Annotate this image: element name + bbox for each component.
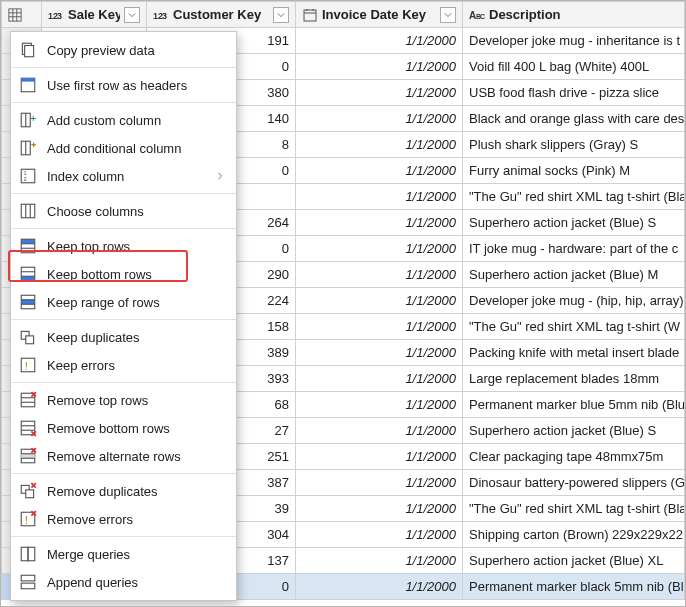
col-header-sale[interactable]: 123 Sale Key — [42, 2, 147, 28]
menu-keep-bottom[interactable]: Keep bottom rows — [11, 260, 236, 288]
cell-description[interactable]: Large replacement blades 18mm — [463, 366, 685, 392]
cell-invoice[interactable]: 1/1/2000 — [296, 158, 463, 184]
cell-invoice[interactable]: 1/1/2000 — [296, 132, 463, 158]
choose-columns-icon — [19, 202, 37, 220]
cell-description[interactable]: "The Gu" red shirt XML tag t-shirt (Bla — [463, 184, 685, 210]
cell-description[interactable]: Superhero action jacket (Blue) S — [463, 210, 685, 236]
table-corner[interactable] — [2, 2, 42, 28]
cell-invoice[interactable]: 1/1/2000 — [296, 262, 463, 288]
svg-text:+: + — [30, 113, 36, 124]
cell-invoice[interactable]: 1/1/2000 — [296, 574, 463, 600]
col-header-customer[interactable]: 123 Customer Key — [147, 2, 296, 28]
cell-description[interactable]: USB food flash drive - pizza slice — [463, 80, 685, 106]
cell-invoice[interactable]: 1/1/2000 — [296, 236, 463, 262]
menu-append-q[interactable]: Append queries — [11, 568, 236, 596]
remove-errors-icon: ! — [19, 510, 37, 528]
cell-invoice[interactable]: 1/1/2000 — [296, 418, 463, 444]
svg-rect-19 — [25, 46, 34, 57]
submenu-arrow-icon — [216, 172, 226, 180]
menu-remove-bottom[interactable]: Remove bottom rows — [11, 414, 236, 442]
keep-range-icon — [19, 293, 37, 311]
cell-description[interactable]: Developer joke mug - (hip, hip, array) — [463, 288, 685, 314]
conditional-column-icon — [19, 139, 37, 157]
svg-rect-21 — [21, 78, 35, 81]
cell-description[interactable]: Clear packaging tape 48mmx75m — [463, 444, 685, 470]
menu-add-cond-col[interactable]: Add conditional column — [11, 134, 236, 162]
cell-description[interactable]: Plush shark slippers (Gray) S — [463, 132, 685, 158]
menu-remove-alt[interactable]: Remove alternate rows — [11, 442, 236, 470]
menu-keep-dup[interactable]: Keep duplicates — [11, 323, 236, 351]
cell-description[interactable]: Superhero action jacket (Blue) S — [463, 418, 685, 444]
cell-description[interactable]: Developer joke mug - inheritance is t — [463, 28, 685, 54]
col-label: Invoice Date Key — [322, 7, 436, 22]
svg-rect-33 — [21, 239, 35, 244]
cell-invoice[interactable]: 1/1/2000 — [296, 496, 463, 522]
svg-text:C: C — [480, 13, 485, 20]
menu-choose-cols[interactable]: Choose columns — [11, 197, 236, 225]
copy-icon — [19, 41, 37, 59]
add-column-icon: + — [19, 111, 37, 129]
menu-remove-err[interactable]: !Remove errors — [11, 505, 236, 533]
menu-copy-preview[interactable]: Copy preview data — [11, 36, 236, 64]
table-context-menu: Copy preview data Use first row as heade… — [10, 31, 237, 601]
cell-description[interactable]: Permanent marker black 5mm nib (Bl — [463, 574, 685, 600]
cell-description[interactable]: Black and orange glass with care des — [463, 106, 685, 132]
menu-merge-q[interactable]: Merge queries — [11, 540, 236, 568]
cell-invoice[interactable]: 1/1/2000 — [296, 80, 463, 106]
menu-keep-err[interactable]: !Keep errors — [11, 351, 236, 379]
col-label: Sale Key — [68, 7, 120, 22]
number-type-icon: 123 — [48, 7, 64, 23]
menu-add-custom-col[interactable]: +Add custom column — [11, 106, 236, 134]
filter-dropdown[interactable] — [273, 7, 289, 23]
cell-description[interactable]: Superhero action jacket (Blue) M — [463, 262, 685, 288]
cell-description[interactable]: "The Gu" red shirt XML tag t-shirt (Bla — [463, 496, 685, 522]
menu-remove-top[interactable]: Remove top rows — [11, 386, 236, 414]
menu-keep-range[interactable]: Keep range of rows — [11, 288, 236, 316]
filter-dropdown[interactable] — [124, 7, 140, 23]
svg-rect-47 — [21, 358, 35, 372]
cell-description[interactable]: Furry animal socks (Pink) M — [463, 158, 685, 184]
cell-invoice[interactable]: 1/1/2000 — [296, 106, 463, 132]
headers-icon — [19, 76, 37, 94]
keep-errors-icon: ! — [19, 356, 37, 374]
cell-invoice[interactable]: 1/1/2000 — [296, 444, 463, 470]
cell-description[interactable]: IT joke mug - hardware: part of the c — [463, 236, 685, 262]
cell-invoice[interactable]: 1/1/2000 — [296, 184, 463, 210]
cell-invoice[interactable]: 1/1/2000 — [296, 54, 463, 80]
cell-invoice[interactable]: 1/1/2000 — [296, 28, 463, 54]
cell-description[interactable]: Shipping carton (Brown) 229x229x22 — [463, 522, 685, 548]
cell-invoice[interactable]: 1/1/2000 — [296, 210, 463, 236]
keep-top-icon — [19, 237, 37, 255]
svg-text:3: 3 — [57, 11, 62, 21]
merge-icon — [19, 545, 37, 563]
cell-description[interactable]: Void fill 400 L bag (White) 400L — [463, 54, 685, 80]
cell-invoice[interactable]: 1/1/2000 — [296, 548, 463, 574]
remove-top-icon — [19, 391, 37, 409]
cell-invoice[interactable]: 1/1/2000 — [296, 314, 463, 340]
cell-invoice[interactable]: 1/1/2000 — [296, 522, 463, 548]
cell-invoice[interactable]: 1/1/2000 — [296, 340, 463, 366]
cell-description[interactable]: Packing knife with metal insert blade — [463, 340, 685, 366]
remove-duplicates-icon — [19, 482, 37, 500]
filter-dropdown[interactable] — [440, 7, 456, 23]
cell-invoice[interactable]: 1/1/2000 — [296, 392, 463, 418]
menu-use-first-row[interactable]: Use first row as headers — [11, 71, 236, 99]
menu-keep-top[interactable]: Keep top rows — [11, 232, 236, 260]
cell-description[interactable]: Permanent marker blue 5mm nib (Blu — [463, 392, 685, 418]
col-header-description[interactable]: ABC Description — [463, 2, 685, 28]
col-header-invoice[interactable]: Invoice Date Key — [296, 2, 463, 28]
append-icon — [19, 573, 37, 591]
menu-index-col[interactable]: 12Index column — [11, 162, 236, 190]
cell-description[interactable]: Dinosaur battery-powered slippers (G — [463, 470, 685, 496]
cell-invoice[interactable]: 1/1/2000 — [296, 288, 463, 314]
index-column-icon: 12 — [19, 167, 37, 185]
cell-invoice[interactable]: 1/1/2000 — [296, 470, 463, 496]
cell-description[interactable]: "The Gu" red shirt XML tag t-shirt (W — [463, 314, 685, 340]
svg-text:3: 3 — [162, 11, 167, 21]
menu-remove-dup[interactable]: Remove duplicates — [11, 477, 236, 505]
svg-text:!: ! — [25, 360, 28, 372]
svg-rect-11 — [304, 10, 316, 21]
table-icon[interactable] — [8, 8, 35, 22]
cell-description[interactable]: Superhero action jacket (Blue) XL — [463, 548, 685, 574]
cell-invoice[interactable]: 1/1/2000 — [296, 366, 463, 392]
